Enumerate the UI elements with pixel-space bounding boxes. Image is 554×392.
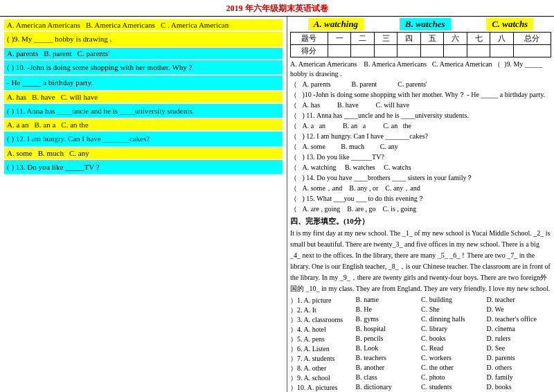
s4-3-B: B. gyms (356, 315, 421, 325)
q12-text: ( ) 12. I am hungry. Can I have _______c… (4, 132, 283, 146)
s4-2-B: B. He (356, 305, 421, 315)
s4-4-B: B. hospital (356, 325, 421, 335)
s4-6-D: D. See (487, 344, 552, 354)
q89-options-row: A. American Americans B. America America… (4, 19, 283, 30)
sec4-mc-row1: ）1. A. picture B. name C. building D. te… (290, 296, 551, 305)
mc-q14-line: （ ) 14. Do you have ____brothers ____ si… (290, 172, 551, 183)
sec4-mc-row6: ）6. A. Listen B. Look C. Read D. See (290, 344, 551, 354)
opt-watchs: C. watchs (486, 18, 533, 30)
s4-9-C: C. photo (421, 373, 486, 383)
s4-2-C: C. She (421, 305, 486, 315)
s4-3-A: ）3. A. classrooms (290, 315, 355, 325)
main-content: A. American Americans B. America America… (0, 16, 554, 392)
score-4 (397, 45, 421, 57)
s4-5-D: D. rulers (487, 335, 552, 344)
s4-10-A: ）10. A. pictures (290, 383, 355, 392)
mc-some-or-line: （ A. some，and B. any , or C. any，and (290, 183, 551, 193)
sec4-mc-container: ）1. A. picture B. name C. building D. te… (290, 296, 551, 392)
s4-1-A: ）1. A. picture (290, 296, 355, 305)
opt-B-america: B. America Americans (86, 21, 155, 29)
s4-8-B: B. another (356, 364, 421, 373)
s4-8-A: ）8. A. other (290, 364, 355, 373)
s4-2-D: D. We (487, 305, 552, 315)
s4-5-B: B. pencils (356, 335, 421, 344)
s4-10-C: C. students (421, 383, 486, 392)
mc-q11-line: （ ) 11. Anna has ____uncle and he is ___… (290, 110, 551, 121)
section4-header: 四、完形填空。(10分） (290, 216, 551, 226)
s4-8-D: D. others (487, 364, 552, 373)
s4-7-C: C. workers (421, 354, 486, 364)
s4-9-A: ）9. A. school (290, 373, 355, 383)
score-1 (328, 45, 351, 57)
sec4-mc-row10: ）10. A. pictures B. dictionary C. studen… (290, 383, 551, 392)
score-3 (374, 45, 397, 57)
score-row-label: 得分 (291, 45, 328, 57)
opt-A-parents: A. parents (7, 49, 38, 57)
sec4-mc-row7: ）7. A. students B. teachers C. workers D… (290, 354, 551, 364)
sec4-mc-row2: ）2. A. It B. He C. She D. We (290, 305, 551, 315)
mc-intro: A. American Americans B. America America… (290, 60, 551, 214)
mc-some-line: （ A. some B. much C. any (290, 141, 551, 152)
s4-4-C: C. library (421, 325, 486, 335)
sec4-mc-row4: ）4. A. hotel B. hospital C. library D. c… (290, 325, 551, 335)
score-header-2: 二 (351, 33, 375, 45)
score-7 (467, 45, 490, 57)
opt-B-have: B. have (32, 93, 55, 101)
s4-10-B: B. dictionary (356, 383, 421, 392)
q13-text: ( ) 13. Do you like _____TV ? (4, 160, 283, 175)
q11-text: ( ) 11. Anna has ____uncle and he is ___… (4, 104, 283, 118)
opt-C-willhave: C. will have (61, 93, 98, 101)
sec4-mc-row8: ）8. A. other B. another C. the other D. … (290, 364, 551, 373)
mc-aan-line: （ A. a an B. an a C. an the (290, 121, 551, 131)
s4-1-D: D. teacher (487, 296, 552, 305)
opt-C-any: C. any (69, 149, 89, 157)
score-header-7: 七 (467, 33, 490, 45)
page-title: 2019 年六年级期末英语试卷 (0, 0, 554, 16)
opt-B-parent: B. parent (44, 49, 71, 57)
s4-3-C: C. dinning halls (421, 315, 486, 325)
opt-A-aan: A. a an (7, 121, 28, 129)
aan-options-row: A. a an B. an a C. an the (4, 119, 283, 130)
s4-6-C: C. Read (421, 344, 486, 354)
score-header-num: 题号 (291, 33, 328, 45)
s4-5-A: ）5. A. pens (290, 335, 355, 344)
s4-2-A: ）2. A. It (290, 305, 355, 315)
score-header-8: 八 (490, 33, 514, 45)
score-header-1: 一 (328, 33, 351, 45)
score-header-4: 四 (397, 33, 421, 45)
opt-A-american: A. American Americans (7, 21, 80, 29)
mc-aregoing-line: （ A. are , going B. are , go C. is , goi… (290, 204, 551, 214)
right-top-options: A. watching B. watches C. watchs (290, 18, 551, 30)
some-options-row: A. some B. much C. any (4, 148, 283, 159)
opt-B-much: B. much (38, 149, 64, 157)
s4-1-C: C. building (421, 296, 486, 305)
s4-4-A: ）4. A. hotel (290, 325, 355, 335)
s4-9-B: B. class (356, 373, 421, 383)
score-header-3: 三 (374, 33, 397, 45)
opt-C-america: C . America American (161, 21, 229, 29)
s4-7-D: D. parents (487, 354, 552, 364)
mc-has-line: （ A. has B. have C. will have (290, 100, 551, 110)
opt-A-has: A. has (7, 93, 26, 101)
s4-9-D: D. family (487, 373, 552, 383)
s4-8-C: C. the other (421, 364, 486, 373)
score-total (513, 45, 551, 57)
score-header-6: 六 (444, 33, 467, 45)
score-5 (420, 45, 444, 57)
s4-6-A: ）6. A. Listen (290, 344, 355, 354)
page: 2019 年六年级期末英语试卷 A. American Americans B.… (0, 0, 554, 392)
s4-7-A: ）7. A. students (290, 354, 355, 364)
s4-4-D: D. cinema (487, 325, 552, 335)
mc-intro-text: A. American Americans B. America America… (290, 60, 551, 79)
mc-q13-line: （ ) 13. Do you like ______TV? (290, 152, 551, 162)
left-panel: A. American Americans B. America America… (0, 17, 287, 392)
opt-C-anthe: C. an the (61, 121, 88, 129)
sec4-mc-row9: ）9. A. school B. class C. photo D. famil… (290, 373, 551, 383)
score-header-5: 五 (420, 33, 444, 45)
score-6 (444, 45, 467, 57)
passage-text: It is my first day at my new school. The… (290, 228, 551, 294)
opt-A-some: A. some (7, 149, 33, 157)
s4-10-D: D. books (487, 383, 552, 392)
q10-text: ( ) 10. -John is doing some shopping wit… (4, 60, 283, 75)
parents-options-row: A. parents B. parent C. parents' (4, 48, 283, 59)
